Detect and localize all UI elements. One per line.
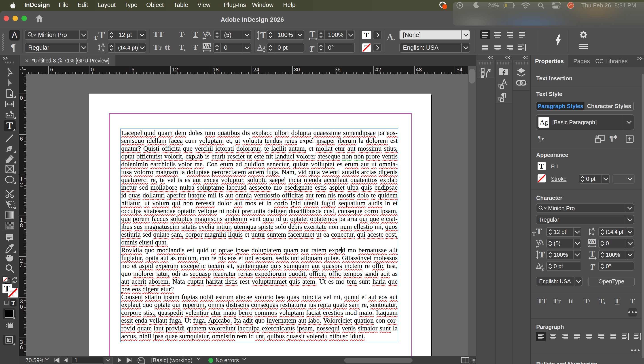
svg-text:A: A bbox=[591, 232, 595, 237]
svg-text:a: a bbox=[541, 262, 544, 268]
svg-text:T: T bbox=[590, 250, 595, 258]
svg-text:T: T bbox=[539, 250, 545, 259]
svg-text:A: A bbox=[536, 262, 541, 269]
svg-text:A: A bbox=[101, 42, 105, 48]
svg-text:A: A bbox=[101, 48, 105, 53]
svg-text:A: A bbox=[206, 31, 212, 38]
svg-text:VA: VA bbox=[588, 239, 596, 244]
svg-text:A: A bbox=[540, 239, 544, 246]
svg-text:A: A bbox=[257, 43, 263, 51]
svg-text:A: A bbox=[591, 227, 595, 232]
svg-text:T: T bbox=[260, 31, 266, 40]
svg-text:T: T bbox=[310, 31, 316, 39]
svg-text:VA: VA bbox=[203, 43, 211, 49]
svg-text:a: a bbox=[262, 44, 265, 50]
